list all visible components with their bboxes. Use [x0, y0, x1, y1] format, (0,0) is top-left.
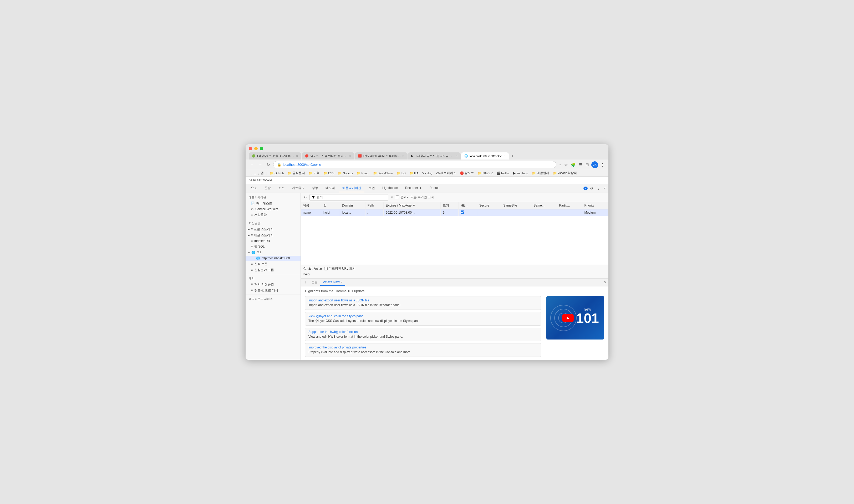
devtools-tab-security[interactable]: 보안 [365, 184, 378, 192]
sidebar-item-indexeddb[interactable]: ≡ IndexedDB [246, 238, 300, 244]
bookmark-github[interactable]: 📁 GitHub [268, 171, 285, 176]
tab-2-close[interactable]: × [349, 154, 351, 158]
maximize-button[interactable] [260, 147, 263, 150]
col-name[interactable]: 이름 [301, 202, 321, 210]
col-samesite2[interactable]: Same... [531, 202, 557, 210]
bookmark-vscode[interactable]: 📁 vscode확장팩 [551, 170, 578, 176]
tab-1[interactable]: 🟢 (작성중) 로그인(1) Cookie, Next × [249, 152, 301, 160]
profile-button[interactable]: ☰ [578, 162, 583, 168]
sidebar-item-cache-storage[interactable]: ≡ 캐시 저장공간 [246, 282, 300, 287]
filter-box[interactable]: ▼ [310, 194, 388, 200]
tab-2[interactable]: 🔴 숨노트 - 처음 만나는 클라우드 노트 × [302, 152, 354, 160]
yt-play-button[interactable]: ▶ [562, 314, 574, 322]
bottom-tab-whats-new[interactable]: What's New × [320, 279, 345, 286]
devtools-tab-application[interactable]: 애플리케이션 [339, 184, 364, 192]
bookmark-nodejs[interactable]: 📁 Node.js [336, 171, 354, 176]
sidebar-group-local-storage[interactable]: ▶ ≡ 로컬 스토리지 [246, 226, 300, 232]
bookmark-db[interactable]: 📁 DB [395, 171, 407, 176]
bottom-tab-whats-new-close[interactable]: × [341, 281, 343, 284]
bookmark-naver[interactable]: 📁 NAVER [476, 171, 494, 176]
back-button[interactable]: ← [249, 162, 255, 168]
sidebar-item-storage-usage[interactable]: ≡ 저장용량 [246, 212, 300, 218]
user-avatar[interactable]: JA [591, 161, 598, 168]
new-tab-button[interactable]: + [509, 153, 516, 160]
close-devtools-button[interactable]: × [603, 185, 606, 191]
bookmark-react[interactable]: 📁 React [355, 171, 371, 176]
whats-new-item-4-title[interactable]: Improved the display of private properti… [309, 345, 538, 349]
youtube-thumbnail[interactable]: ▶ new 101 [546, 296, 604, 340]
sidebar-group-cookies[interactable]: ▼ 🌐 쿠키 [246, 250, 300, 256]
col-path[interactable]: Path [365, 202, 383, 210]
minimize-button[interactable] [254, 147, 258, 150]
sidebar-item-manifest[interactable]: 📄 매니페스트 [246, 200, 300, 206]
devtools-tab-lighthouse[interactable]: Lighthouse [379, 184, 401, 192]
decode-url-label[interactable]: 디코딩된 URL 표시 [324, 267, 355, 271]
sidebar-item-trust-tokens[interactable]: ≡ 신뢰 토큰 [246, 261, 300, 267]
bookmark-youtube[interactable]: ▶ YouTube [512, 171, 530, 176]
clear-filter-button[interactable]: × [390, 195, 394, 200]
sidebar-item-localhost[interactable]: 🌐 http://localhost:3000 [246, 256, 300, 261]
devtools-tab-console[interactable]: 콘솔 [261, 184, 274, 192]
settings-button[interactable]: ⚙ [589, 185, 594, 191]
devtools-tab-sources[interactable]: 소스 [275, 184, 287, 192]
devtools-tab-network[interactable]: 네트워크 [289, 184, 308, 192]
forward-button[interactable]: → [257, 162, 263, 168]
extensions-button[interactable]: 🧩 [570, 162, 577, 168]
bookmark-blockchain[interactable]: 📁 BlockChain [371, 171, 395, 176]
col-samesite[interactable]: SameSite [501, 202, 531, 210]
bookmark-devlog[interactable]: 📁 개발일지 [530, 170, 551, 176]
devtools-tab-performance[interactable]: 성능 [309, 184, 321, 192]
bookmark-plan[interactable]: 📁 기획 [307, 170, 321, 176]
drag-handle[interactable]: ⋮ [303, 280, 309, 285]
whats-new-item-1-title[interactable]: Import and export user flows as a JSON f… [309, 299, 538, 302]
tab-4[interactable]: ▶ [시청자 공포사연] 사사님 사인 ... × [408, 152, 461, 160]
bottom-tab-console[interactable]: 콘솔 [309, 279, 320, 286]
menu-button[interactable]: ⋮ [600, 162, 605, 168]
sidebar-item-interest-groups[interactable]: ≡ 관심분야 그룹 [246, 267, 300, 273]
devtools-tab-elements[interactable]: 요소 [248, 184, 260, 192]
col-partition[interactable]: Partiti... [557, 202, 582, 210]
col-httponly[interactable]: Htt... [458, 202, 477, 210]
whats-new-item-2-title[interactable]: View @layer at-rules in the Styles pane [309, 314, 538, 318]
col-value[interactable]: 값 [321, 202, 340, 210]
filter-input[interactable] [317, 196, 386, 199]
sidebar-item-service-workers[interactable]: ⚙ Service Workers [246, 206, 300, 212]
tab-5-close[interactable]: × [504, 154, 506, 158]
grid-button[interactable]: ⊞ [585, 162, 590, 168]
bookmark-apps[interactable]: ⋮⋮⋮ 앱 [249, 170, 265, 176]
table-row[interactable]: name heidi local... / 2022-05-10T08:00:.… [301, 209, 608, 216]
tab-3-close[interactable]: × [402, 154, 404, 158]
sidebar-group-session-storage[interactable]: ▶ ≡ 세션 스토리지 [246, 232, 300, 238]
tab-1-close[interactable]: × [296, 154, 298, 158]
bookmark-ita[interactable]: 📁 ITA [408, 171, 420, 176]
sidebar-item-back-forward-cache[interactable]: ≡ 뒤로-앞으로 캐시 [246, 287, 300, 293]
col-size[interactable]: 크기 [440, 202, 458, 210]
close-bottom-panel-button[interactable]: × [604, 280, 606, 285]
refresh-cookies-button[interactable]: ↻ [303, 195, 308, 200]
issues-only-checkbox[interactable] [396, 196, 399, 199]
close-button[interactable] [249, 147, 252, 150]
bookmark-docs[interactable]: 📁 공식문서 [286, 170, 307, 176]
bookmark-zerobase[interactable]: Zb 제로베이스 [434, 170, 458, 176]
share-button[interactable]: ↑ [558, 162, 562, 167]
col-priority[interactable]: Priority [582, 202, 608, 210]
col-domain[interactable]: Domain [340, 202, 365, 210]
devtools-tab-memory[interactable]: 메모리 [323, 184, 338, 192]
col-expires[interactable]: Expires / Max-Age ▼ [384, 202, 441, 210]
bookmark-velog[interactable]: V velog [421, 171, 434, 176]
sidebar-item-web-sql[interactable]: ≡ 웹 SQL [246, 244, 300, 250]
bookmark-button[interactable]: ☆ [563, 162, 569, 168]
whats-new-item-3-title[interactable]: Support for the hwb() color function [309, 330, 538, 334]
bookmark-sumnote[interactable]: 🔴 숨노트 [458, 170, 476, 176]
devtools-tab-recorder[interactable]: Recorder ▲ [402, 184, 425, 192]
reload-button[interactable]: ↻ [265, 162, 271, 168]
devtools-tab-redux[interactable]: Redux [426, 184, 442, 192]
col-secure[interactable]: Secure [477, 202, 501, 210]
tab-4-close[interactable]: × [455, 154, 457, 158]
tab-3[interactable]: 🟥 [판도리] 예셈SM.스팸.채블.일탈.비... × [355, 152, 407, 160]
tab-5[interactable]: 🌐 localhost:3000/setCookie × [461, 152, 509, 160]
bookmark-netflix[interactable]: 🎬 Netflix [495, 171, 511, 176]
decode-url-checkbox[interactable] [324, 267, 328, 270]
issues-only-checkbox-label[interactable]: 문제가 있는 쿠키만 표시 [396, 195, 434, 199]
bookmark-css[interactable]: 📁 CSS [322, 171, 336, 176]
